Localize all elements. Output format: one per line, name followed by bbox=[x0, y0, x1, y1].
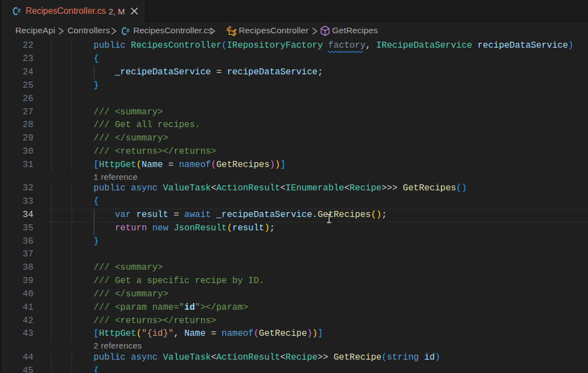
svg-text:#: # bbox=[126, 27, 129, 34]
svg-text:#: # bbox=[17, 7, 21, 14]
